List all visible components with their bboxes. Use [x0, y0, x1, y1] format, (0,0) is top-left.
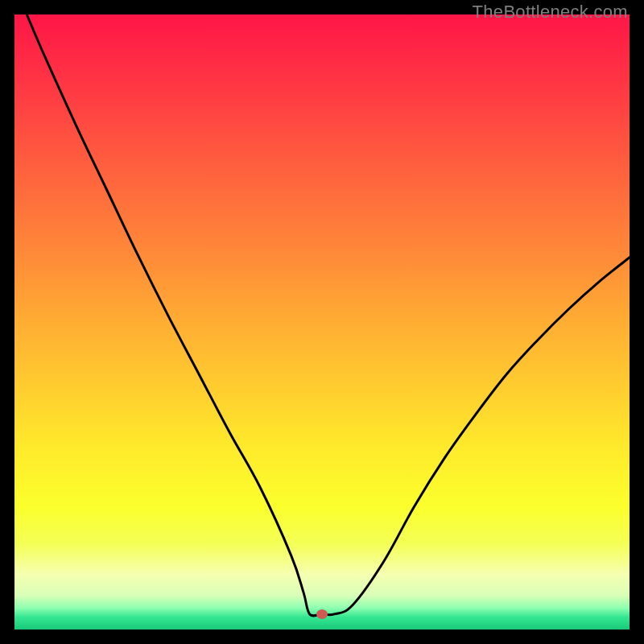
bottleneck-chart — [14, 14, 630, 630]
watermark-text: TheBottleneck.com — [473, 2, 628, 23]
chart-frame — [14, 14, 630, 630]
optimal-point-marker — [316, 609, 328, 619]
gradient-background — [14, 14, 630, 630]
